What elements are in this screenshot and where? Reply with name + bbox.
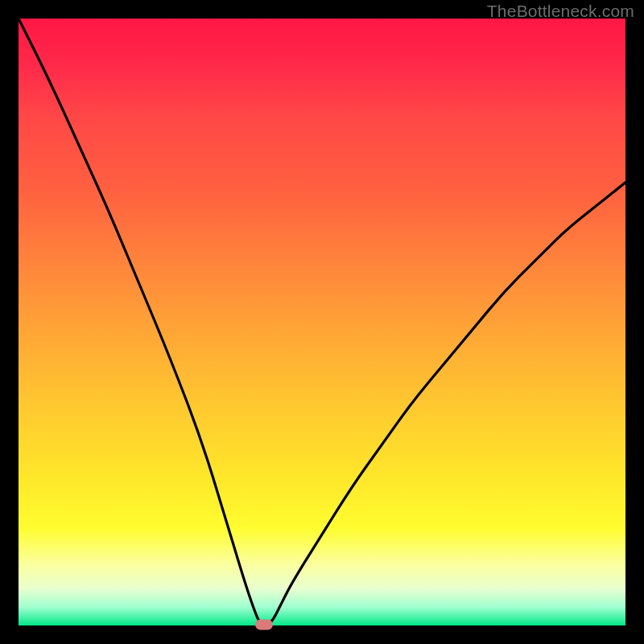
plot-area bbox=[19, 19, 625, 625]
optimal-point-marker bbox=[255, 620, 273, 630]
curve-path bbox=[19, 19, 625, 625]
bottleneck-curve bbox=[19, 19, 625, 625]
chart-frame: TheBottleneck.com bbox=[0, 0, 644, 644]
watermark-text: TheBottleneck.com bbox=[487, 2, 634, 21]
